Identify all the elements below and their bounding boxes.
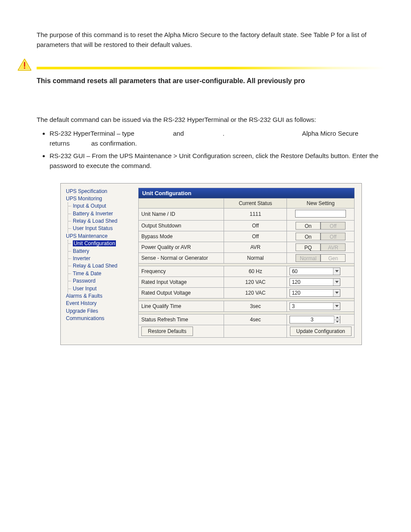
- tree-item[interactable]: UPS Monitoring: [66, 195, 131, 202]
- tree-item[interactable]: UPS Maintenance: [66, 233, 131, 240]
- chevron-down-icon: [333, 268, 340, 275]
- tree-item[interactable]: Upgrade Files: [66, 308, 131, 315]
- tree-item[interactable]: Communications: [66, 315, 131, 322]
- tree-item[interactable]: Relay & Load Shed: [72, 218, 131, 225]
- col-new-setting: New Setting: [287, 198, 355, 208]
- table-row: Sense - Normal or Generator Normal Norma…: [139, 252, 355, 263]
- pq-avr-toggle[interactable]: PQAVR: [290, 243, 352, 251]
- chevron-down-icon: [333, 303, 340, 310]
- unit-name-input[interactable]: [295, 210, 346, 218]
- nav-tree: UPS Specification UPS Monitoring Input &…: [61, 184, 134, 345]
- warning-text: This command resets all parameters that …: [37, 77, 385, 85]
- chevron-up-icon[interactable]: [334, 316, 340, 320]
- table-row: Rated Output Voltage 120 VAC 120: [139, 287, 355, 298]
- config-table: Current Status New Setting Unit Name / I…: [138, 198, 355, 338]
- list-item: RS-232 HyperTerminal – typeand.Alpha Mic…: [50, 128, 385, 149]
- svg-marker-5: [335, 281, 339, 283]
- col-current-status: Current Status: [224, 198, 287, 208]
- rated-output-select[interactable]: 120: [290, 289, 340, 297]
- chevron-down-icon: [333, 279, 340, 286]
- gui-screenshot: UPS Specification UPS Monitoring Input &…: [60, 183, 362, 345]
- sense-toggle[interactable]: NormalGen: [290, 254, 352, 262]
- svg-marker-7: [335, 305, 339, 307]
- svg-point-3: [24, 67, 25, 68]
- restore-defaults-button[interactable]: Restore Defaults: [141, 327, 193, 336]
- tree-item[interactable]: Password: [72, 277, 131, 285]
- warning-rule: [17, 58, 385, 71]
- tree-item[interactable]: User Input: [72, 285, 131, 292]
- tree-item[interactable]: Alarms & Faults: [66, 292, 131, 300]
- svg-marker-6: [335, 292, 339, 294]
- panel-title: Unit Configuration: [138, 188, 355, 198]
- tree-item[interactable]: UPS Specification: [66, 188, 131, 195]
- table-row: Rated Input Voltage 120 VAC 120: [139, 277, 355, 287]
- table-row: Bypass Mode Off OnOff: [139, 231, 355, 242]
- tree-item[interactable]: Time & Date: [72, 270, 131, 277]
- warning-icon: [17, 58, 37, 71]
- table-row: Status Refresh Time 4sec 3: [139, 314, 355, 325]
- bullet-list: RS-232 HyperTerminal – typeand.Alpha Mic…: [37, 128, 385, 171]
- bypass-mode-toggle[interactable]: OnOff: [290, 233, 352, 240]
- frequency-select[interactable]: 60: [290, 268, 340, 275]
- table-row: Frequency 60 Hz 60: [139, 266, 355, 277]
- tree-item[interactable]: Input & Output: [72, 202, 131, 210]
- tree-item[interactable]: Battery & Inverter: [72, 210, 131, 218]
- line-qualify-select[interactable]: 3: [290, 302, 340, 310]
- svg-marker-8: [336, 317, 339, 318]
- intro-paragraph: The purpose of this command is to reset …: [37, 30, 385, 50]
- tree-item-selected[interactable]: Unit Configuration: [72, 240, 131, 247]
- table-row: Output Shutdown Off OnOff: [139, 220, 355, 231]
- tree-item[interactable]: Inverter: [72, 255, 131, 262]
- rated-input-select[interactable]: 120: [290, 278, 340, 286]
- svg-marker-4: [335, 270, 339, 272]
- follow-paragraph: The default command can be issued via th…: [37, 115, 385, 125]
- output-shutdown-toggle[interactable]: OnOff: [290, 222, 352, 230]
- table-row: Power Quality or AVR AVR PQAVR: [139, 242, 355, 252]
- list-item: RS-232 GUI – From the UPS Maintenance > …: [50, 151, 385, 171]
- update-configuration-button[interactable]: Update Configuration: [290, 327, 352, 336]
- table-row: Unit Name / ID 1111: [139, 208, 355, 220]
- chevron-down-icon[interactable]: [334, 320, 340, 324]
- tree-item[interactable]: Relay & Load Shed: [72, 262, 131, 270]
- tree-item[interactable]: Battery: [72, 248, 131, 255]
- tree-item[interactable]: User Input Status: [72, 225, 131, 232]
- tree-item[interactable]: Event History: [66, 300, 131, 307]
- status-refresh-spinner[interactable]: 3: [290, 316, 340, 324]
- svg-marker-9: [336, 321, 339, 323]
- table-row: Line Qualify Time 3sec 3: [139, 301, 355, 311]
- chevron-down-icon: [333, 289, 340, 296]
